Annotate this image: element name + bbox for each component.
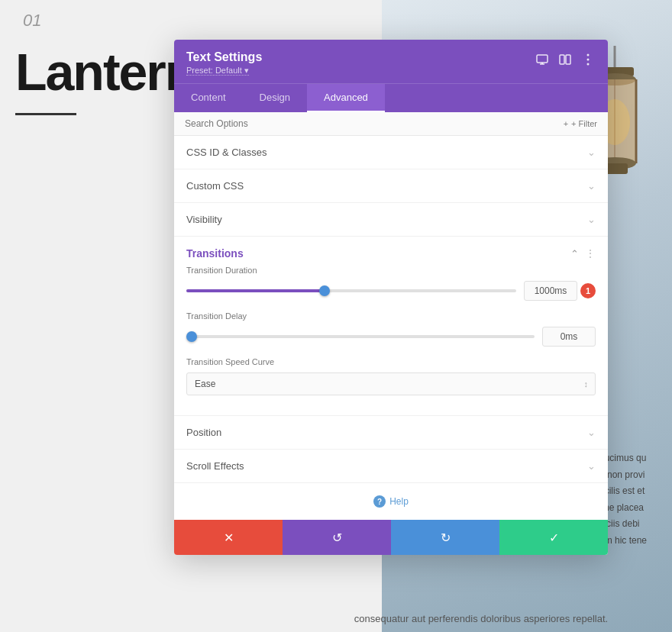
more-options-icon[interactable]	[580, 52, 596, 67]
filter-button[interactable]: + + Filter	[564, 119, 597, 128]
transition-duration-field: Transition Duration 1	[186, 266, 596, 301]
panel-footer: ✕ ↺ ↻ ✓	[174, 520, 608, 555]
transitions-header: Transitions ⌃ ⋮	[174, 237, 608, 266]
section-css-id-classes-label: CSS ID & Classes	[186, 147, 267, 158]
svg-rect-13	[560, 55, 564, 64]
slider-thumb[interactable]	[319, 285, 330, 296]
chevron-down-icon: ⌄	[587, 427, 596, 438]
transitions-label: Transitions	[186, 247, 244, 260]
svg-rect-10	[537, 55, 548, 63]
section-custom-css[interactable]: Custom CSS ⌄	[174, 169, 608, 203]
transition-speed-curve-field: Transition Speed Curve Ease Linear Ease …	[186, 357, 596, 395]
screen-icon[interactable]	[535, 52, 550, 67]
save-icon: ✓	[549, 530, 559, 545]
text-settings-panel: Text Settings Preset: Default ▾	[174, 40, 608, 555]
undo-button[interactable]: ↺	[283, 520, 391, 555]
chevron-down-icon: ⌄	[587, 460, 596, 472]
svg-rect-14	[566, 55, 570, 64]
help-link[interactable]: ? Help	[186, 495, 596, 508]
help-label: Help	[389, 496, 409, 507]
transitions-section: Transitions ⌃ ⋮ Transition Duration	[174, 237, 608, 416]
transition-duration-slider[interactable]	[186, 289, 516, 292]
section-visibility[interactable]: Visibility ⌄	[174, 203, 608, 237]
redo-icon: ↻	[441, 530, 451, 545]
section-custom-css-label: Custom CSS	[186, 180, 244, 192]
transitions-more-icon[interactable]: ⋮	[585, 247, 596, 260]
section-css-id-classes[interactable]: CSS ID & Classes ⌄	[174, 136, 608, 169]
transition-delay-input[interactable]	[542, 327, 596, 347]
panel-header-left: Text Settings Preset: Default ▾	[186, 50, 262, 76]
slider-thumb[interactable]	[186, 331, 197, 342]
tab-advanced[interactable]: Advanced	[307, 84, 385, 112]
page-title-underline	[15, 113, 76, 115]
transition-duration-input[interactable]	[524, 281, 577, 301]
save-button[interactable]: ✓	[499, 520, 608, 555]
section-scroll-effects-label: Scroll Effects	[186, 460, 244, 472]
svg-point-17	[587, 63, 590, 66]
section-position[interactable]: Position ⌄	[174, 416, 608, 450]
transition-delay-slider[interactable]	[186, 335, 535, 338]
transitions-body: Transition Duration 1 Trans	[174, 266, 608, 415]
chevron-down-icon: ⌄	[587, 180, 596, 192]
chevron-down-icon: ⌄	[587, 214, 596, 225]
tab-design[interactable]: Design	[243, 84, 307, 112]
transitions-controls: ⌃ ⋮	[570, 247, 596, 260]
transition-delay-field: Transition Delay	[186, 311, 596, 347]
chevron-down-icon: ⌄	[587, 147, 596, 158]
transition-duration-badge: 1	[580, 283, 596, 298]
undo-icon: ↺	[332, 530, 342, 545]
search-input[interactable]	[185, 118, 564, 129]
svg-point-15	[587, 54, 590, 56]
section-scroll-effects[interactable]: Scroll Effects ⌄	[174, 450, 608, 483]
page-bottom-text: consequatur aut perferendis doloribus as…	[290, 613, 672, 624]
transition-duration-label: Transition Duration	[186, 266, 596, 275]
cancel-icon: ✕	[224, 530, 234, 545]
panel-title: Text Settings	[186, 50, 262, 64]
help-icon: ?	[373, 495, 386, 508]
redo-button[interactable]: ↻	[391, 520, 499, 555]
transition-speed-curve-select[interactable]: Ease Linear Ease In Ease Out Ease In Out	[186, 372, 596, 395]
panel-search-bar: + + Filter	[174, 112, 608, 136]
svg-point-16	[587, 59, 590, 61]
panel-preset[interactable]: Preset: Default ▾	[186, 66, 262, 76]
section-visibility-label: Visibility	[186, 214, 222, 225]
help-row: ? Help	[174, 483, 608, 520]
transition-delay-label: Transition Delay	[186, 311, 596, 321]
right-text-snippets: ducimus qu e non provi acilis est et ime…	[599, 450, 672, 550]
transition-delay-row	[186, 327, 596, 347]
section-position-label: Position	[186, 427, 221, 438]
panel-header: Text Settings Preset: Default ▾	[174, 40, 608, 83]
filter-icon: +	[564, 119, 568, 128]
tab-content[interactable]: Content	[174, 84, 243, 112]
panel-header-icons	[535, 50, 596, 67]
page-number: 01	[23, 11, 41, 31]
cancel-button[interactable]: ✕	[174, 520, 283, 555]
transition-duration-row: 1	[186, 281, 596, 301]
transition-speed-curve-label: Transition Speed Curve	[186, 357, 596, 366]
columns-icon[interactable]	[557, 52, 573, 67]
chevron-up-icon[interactable]: ⌃	[570, 248, 579, 260]
panel-tabs: Content Design Advanced	[174, 83, 608, 112]
